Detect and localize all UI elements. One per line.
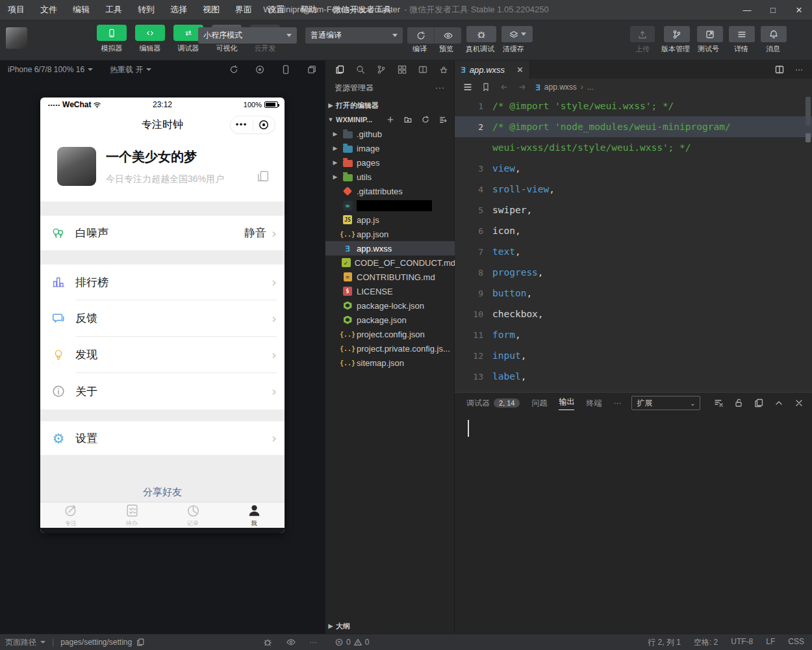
tab-problems[interactable]: 问题 [531,398,547,409]
menu-goto[interactable]: 转到 [130,0,162,20]
profile-section[interactable]: 一个美少女的梦 今日专注力超越全国36%用户 [40,138,285,202]
grid-icon[interactable] [397,64,407,75]
messages-label[interactable]: 消息 [766,44,780,54]
menu-item-feedback[interactable]: 反馈 › [40,300,285,336]
git-branch-icon[interactable] [376,64,387,75]
file-row-conduct[interactable]: CODE_OF_CONDUCT.md [325,255,455,270]
refresh-circle-icon[interactable] [229,64,239,75]
sim-more-dots[interactable]: ··· [309,638,317,647]
explorer-more-button[interactable]: ··· [435,83,445,92]
maximize-button[interactable]: □ [760,0,786,20]
close-panel-icon[interactable] [794,398,804,408]
new-folder-icon[interactable] [403,115,412,124]
file-row-license[interactable]: LICENSE [325,284,455,298]
project-section[interactable]: ▼ WXMINIP... [325,112,454,127]
problems-indicator[interactable]: 0 0 [335,638,369,647]
tab-output[interactable]: 输出 [559,396,574,410]
tab-todo[interactable]: 待办 [101,502,162,528]
device-debug-button[interactable] [466,26,496,42]
compile-label[interactable]: 编译 [412,44,427,54]
user-avatar[interactable] [6,27,27,49]
cursor-position[interactable]: 行 2, 列 1 [648,637,681,648]
outline-list-icon[interactable] [463,82,473,92]
split-window-icon[interactable] [418,64,428,75]
menu-item-discover[interactable]: 发现 › [40,337,285,372]
file-row-project-config[interactable]: project.config.json [325,327,455,341]
file-row-appjson[interactable]: app.json [325,227,455,241]
preview-button[interactable] [435,27,461,44]
unlock-icon[interactable] [733,398,744,408]
tab-close-icon[interactable]: ✕ [516,65,524,75]
file-row-pages[interactable]: ▶pages [325,155,455,170]
tab-app-wxss[interactable]: app.wxss ✕ [455,60,530,79]
outline-section[interactable]: ▶ 大纲 [325,619,454,632]
search-icon[interactable] [355,64,366,75]
editor-more-button[interactable]: ··· [795,65,803,74]
split-editor-icon[interactable] [774,64,785,75]
menu-item-white-noise[interactable]: 白噪声 静音 › [40,216,285,250]
version-control-button[interactable] [664,26,690,42]
file-row-sitemap[interactable]: sitemap.json [325,356,455,370]
clear-cache-label[interactable]: 清缓存 [503,44,524,54]
indent-setting[interactable]: 空格: 2 [694,637,718,648]
restore-window-icon[interactable] [307,64,317,75]
breadcrumb-more[interactable]: ... [587,83,594,92]
file-row-redacted[interactable] [325,198,455,213]
file-row-github[interactable]: ▶.github [325,127,455,141]
more-dots-icon[interactable]: ••• [231,116,253,133]
compile-mode-select[interactable]: 普通编译 [305,27,403,44]
tab-debugger[interactable]: 调试器 [466,398,490,409]
menu-file[interactable]: 文件 [32,0,65,20]
file-row-package-lock[interactable]: package-lock.json [325,298,455,313]
file-row-project-private[interactable]: project.private.config.js... [325,341,455,356]
compile-button[interactable] [407,27,434,44]
record-icon[interactable] [255,64,265,75]
file-row-appwxss[interactable]: app.wxss [325,241,455,255]
menu-view[interactable]: 视图 [195,0,227,20]
file-row-contributing[interactable]: CONTRIBUTING.md [325,270,455,284]
teapot-icon[interactable] [438,64,449,75]
breadcrumb-file[interactable]: app.wxss [544,83,577,92]
close-button[interactable]: ✕ [786,0,812,20]
minimize-button[interactable]: — [734,0,760,20]
menu-item-ranking[interactable]: 排行榜 › [40,265,285,300]
device-debug-label[interactable]: 真机调试 [466,44,494,54]
menu-select[interactable]: 选择 [162,0,195,20]
output-filter-select[interactable]: 扩展⌄ [631,396,700,410]
new-file-icon[interactable] [386,115,395,124]
menu-interface[interactable]: 界面 [227,0,260,20]
details-button[interactable] [729,26,755,42]
panel-more-button[interactable]: ··· [613,398,621,408]
exit-target-icon[interactable] [253,119,275,131]
file-row-package[interactable]: package.json [325,313,455,327]
visibility-eye-icon[interactable] [286,637,296,647]
file-row-utils[interactable]: ▶utils [325,170,455,184]
copy-icon[interactable] [754,398,764,408]
file-row-gitattributes[interactable]: .gitattributes [325,184,455,198]
simulator-button[interactable]: 模拟器 [96,25,127,53]
encoding-setting[interactable]: UTF-8 [731,637,753,648]
menu-item-about[interactable]: 关于 › [40,373,285,410]
mode-select[interactable]: 小程序模式 [198,27,297,44]
page-path-select[interactable]: 页面路径 [5,637,36,648]
profile-avatar[interactable] [57,147,96,186]
eol-setting[interactable]: LF [766,637,775,648]
details-label[interactable]: 详情 [734,44,748,54]
hot-reload-toggle[interactable]: 热重载 开 [110,64,151,75]
clear-cache-button[interactable] [501,26,533,42]
messages-button[interactable] [761,26,787,42]
device-select[interactable]: iPhone 6/7/8 100% 16 [8,65,93,74]
test-account-button[interactable] [697,26,723,42]
tab-me[interactable]: 我 [223,502,285,528]
language-mode[interactable]: CSS [788,637,804,648]
files-icon[interactable] [335,64,345,75]
bookmark-icon[interactable] [481,82,491,92]
editor-scrollbar[interactable] [806,97,811,125]
tab-terminal[interactable]: 终端 [586,398,602,409]
preview-label[interactable]: 预览 [439,44,453,54]
file-row-image[interactable]: ▶image [325,141,455,155]
collapse-all-icon[interactable] [438,115,448,124]
menu-item-settings[interactable]: ⚙ 设置 › [40,421,285,455]
editor-button[interactable]: 编辑器 [134,25,166,53]
share-friends-link[interactable]: 分享好友 [40,486,285,499]
